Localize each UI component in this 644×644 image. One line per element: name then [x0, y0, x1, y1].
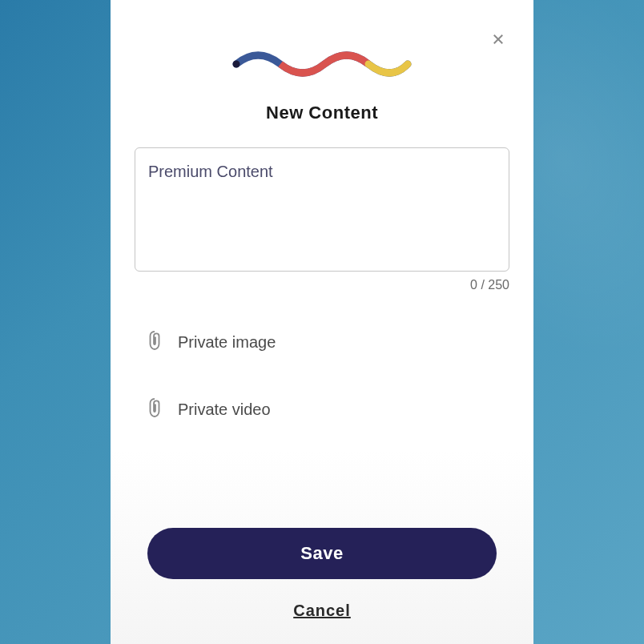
attach-private-video[interactable]: Private video — [135, 392, 509, 427]
attach-image-label: Private image — [178, 333, 276, 352]
save-button[interactable]: Save — [147, 528, 497, 579]
paperclip-icon — [146, 329, 163, 355]
dialog-actions: Save Cancel — [135, 528, 509, 620]
close-button[interactable] — [489, 30, 508, 50]
attach-private-image[interactable]: Private image — [135, 324, 509, 360]
close-icon — [491, 32, 505, 49]
attach-video-label: Private video — [178, 400, 271, 419]
new-content-dialog: New Content 0 / 250 Private image Privat… — [111, 0, 533, 644]
content-input[interactable] — [135, 147, 509, 272]
paperclip-icon — [146, 396, 163, 422]
wave-logo-icon — [230, 48, 414, 78]
dialog-title: New Content — [135, 103, 509, 123]
svg-point-2 — [233, 61, 240, 68]
cancel-button[interactable]: Cancel — [293, 602, 351, 620]
character-counter: 0 / 250 — [135, 278, 509, 292]
